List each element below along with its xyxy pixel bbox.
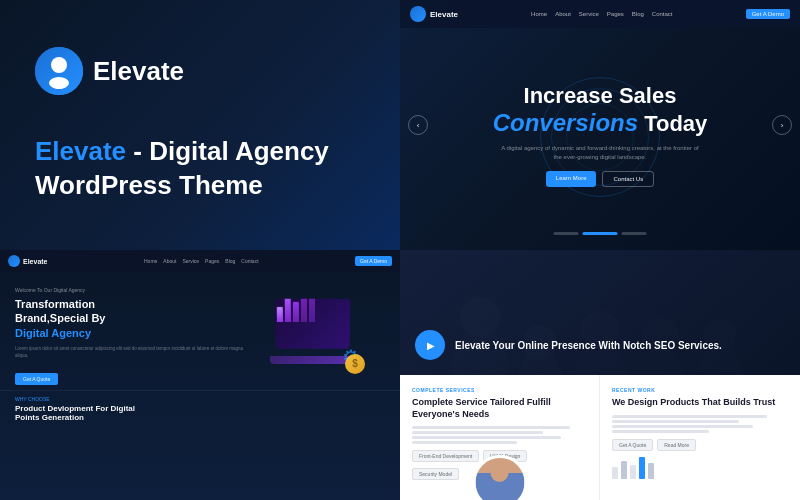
service-btn-1[interactable]: Front-End Development (412, 450, 479, 462)
bar-4 (301, 299, 307, 322)
bar-1 (277, 307, 283, 322)
main-container: Elevate Elevate - Digital Agency WordPre… (0, 0, 800, 500)
mini-bar-3 (630, 465, 636, 479)
bl-nav-cta[interactable]: Get A Demo (355, 256, 392, 266)
hero-content: Increase Sales Conversions Today A digit… (493, 83, 708, 187)
mini-navbar: Elevate Home About Service Pages Blog Co… (400, 0, 800, 28)
bl-bottom-section: WHY CHOOSE Product Devlopment For Digita… (0, 390, 400, 422)
work-line-1 (612, 415, 767, 418)
bl-hero-desc: Lorem ipsum dolor sit amet consectetur a… (15, 346, 255, 360)
seo-title: Elevate Your Online Presence With Notch … (455, 339, 722, 352)
text-line-3 (412, 436, 561, 439)
tagline-rest: - Digital Agency (126, 136, 329, 166)
services-panel: COMPLETE SERVICES Complete Service Tailo… (400, 375, 600, 500)
progress-dot-3[interactable] (622, 232, 647, 235)
logo-icon (35, 47, 83, 95)
bar-5 (309, 299, 315, 322)
person-body (485, 484, 515, 500)
bar-2 (285, 299, 291, 322)
bl-logo-text: Elevate (23, 258, 48, 265)
work-btn-1[interactable]: Get A Quote (612, 439, 653, 451)
mini-bar-5 (648, 463, 654, 479)
br-bottom: COMPLETE SERVICES Complete Service Tailo… (400, 375, 800, 500)
bl-logo-circle (8, 255, 20, 267)
nav-link-home[interactable]: Home (531, 11, 547, 17)
bl-title-line2: Brand,Special By (15, 312, 105, 324)
seo-text: Elevate Your Online Presence With Notch … (455, 339, 722, 352)
bl-hero-text: Welcome To Our Digital Agency Transforma… (15, 287, 255, 385)
bl-cta-button[interactable]: Get A Quote (15, 373, 58, 385)
bar-3 (293, 302, 299, 322)
nav-link-about[interactable]: About (555, 11, 571, 17)
mini-bar-chart (612, 457, 788, 479)
bl-nav-blog[interactable]: Blog (225, 258, 235, 264)
progress-dots (554, 232, 647, 235)
text-line-4 (412, 441, 517, 444)
play-icon: ▶ (427, 340, 435, 351)
nav-link-service[interactable]: Service (579, 11, 599, 17)
learn-more-button[interactable]: Learn More (546, 171, 597, 187)
nav-link-pages[interactable]: Pages (607, 11, 624, 17)
prev-slide-button[interactable]: ‹ (408, 115, 428, 135)
bl-nav-service[interactable]: Service (182, 258, 199, 264)
person-head (491, 464, 509, 482)
svg-point-2 (49, 77, 69, 89)
services-label: COMPLETE SERVICES (412, 387, 587, 393)
bl-nav-contact[interactable]: Contact (241, 258, 258, 264)
bl-bottom-title-text: Product Devlopment For Digital (15, 404, 135, 413)
mini-bar-4 (639, 457, 645, 479)
work-buttons: Get A Quote Read More (612, 439, 788, 451)
mini-logo: Elevate (410, 6, 458, 22)
nav-link-blog[interactable]: Blog (632, 11, 644, 17)
coin-decoration: $ (345, 354, 365, 374)
bl-hero-section: Welcome To Our Digital Agency Transforma… (0, 272, 400, 390)
progress-dot-2[interactable] (583, 232, 618, 235)
nav-link-contact[interactable]: Contact (652, 11, 673, 17)
service-panels: ▶ Elevate Your Online Presence With Notc… (400, 250, 800, 500)
mini-bar-1 (612, 467, 618, 479)
bl-nav-home[interactable]: Home (144, 258, 157, 264)
hero-subtitle: A digital agency of dynamic and forward-… (500, 144, 700, 161)
nav-cta-button[interactable]: Get A Demo (746, 9, 790, 19)
work-btn-2[interactable]: Read More (657, 439, 696, 451)
work-label: RECENT WORK (612, 387, 788, 393)
avatar-person (475, 458, 524, 500)
play-button[interactable]: ▶ (415, 330, 445, 360)
branding-panel: Elevate Elevate - Digital Agency WordPre… (0, 0, 400, 250)
logo-area: Elevate (35, 47, 365, 95)
text-line-2 (412, 431, 543, 434)
bl-navbar: Elevate Home About Service Pages Blog Co… (0, 250, 400, 272)
bl-nav-pages[interactable]: Pages (205, 258, 219, 264)
mini-logo-icon (410, 6, 426, 22)
services-description (412, 426, 587, 444)
tagline: Elevate - Digital Agency WordPress Theme (35, 135, 365, 203)
work-panel: RECENT WORK We Design Products That Buil… (600, 375, 800, 500)
seo-content: ▶ Elevate Your Online Presence With Notc… (415, 330, 722, 360)
work-description (612, 415, 788, 433)
hero-title-line1: Increase Sales (524, 83, 677, 108)
svg-point-1 (51, 57, 67, 73)
services-title: Complete Service Tailored Fulfill Everyo… (412, 397, 587, 420)
bl-welcome-label: Welcome To Our Digital Agency (15, 287, 255, 293)
tagline-brand: Elevate (35, 136, 126, 166)
mini-site-preview: Elevate Home About Service Pages Blog Co… (0, 250, 400, 500)
laptop-3d: ⚙ $ (265, 299, 365, 374)
hero-panel: Elevate Home About Service Pages Blog Co… (400, 0, 800, 250)
bl-bottom-label: WHY CHOOSE (15, 396, 385, 402)
bl-bottom-title: Product Devlopment For Digital Points Ge… (15, 404, 385, 422)
bar-chart (275, 299, 351, 324)
service-btn-3[interactable]: Security Model (412, 468, 459, 480)
contact-us-button[interactable]: Contact Us (602, 171, 654, 187)
laptop-screen (275, 299, 351, 349)
bl-title-line1: Transformation (15, 298, 95, 310)
progress-dot-1[interactable] (554, 232, 579, 235)
tagline-line2: WordPress Theme (35, 170, 263, 200)
mini-nav-links: Home About Service Pages Blog Contact (531, 11, 672, 17)
work-line-4 (612, 430, 709, 433)
bl-nav-about[interactable]: About (163, 258, 176, 264)
next-slide-button[interactable]: › (772, 115, 792, 135)
hero-title: Increase Sales Conversions Today (493, 83, 708, 138)
hero-title-rest: Today (638, 111, 707, 136)
seo-section: ▶ Elevate Your Online Presence With Notc… (400, 250, 800, 375)
bl-hero-image: ⚙ $ (265, 299, 385, 374)
